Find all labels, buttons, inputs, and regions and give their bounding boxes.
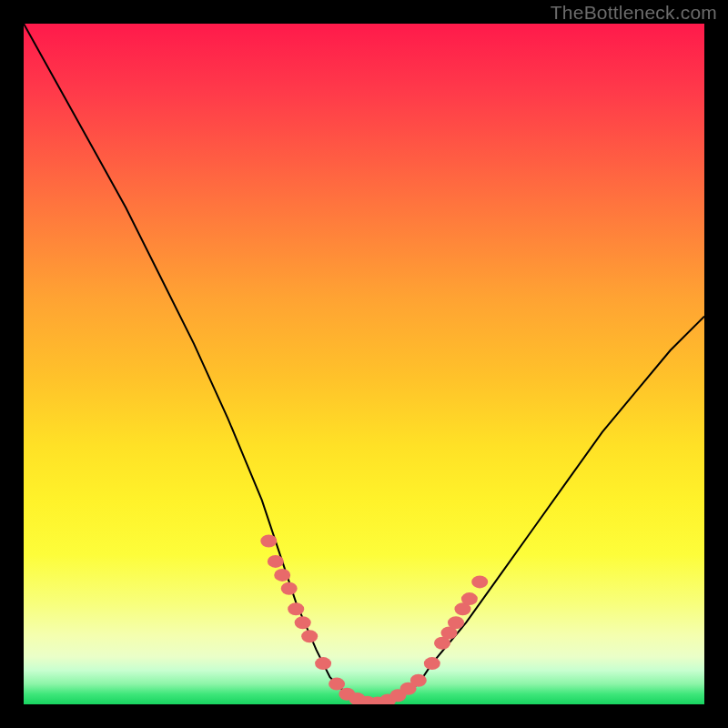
data-marker bbox=[281, 582, 298, 595]
data-marker bbox=[329, 678, 345, 691]
data-marker bbox=[268, 555, 284, 568]
plot-area bbox=[24, 24, 704, 704]
marker-layer bbox=[260, 535, 488, 705]
data-marker bbox=[301, 630, 318, 642]
data-marker bbox=[295, 616, 311, 629]
data-marker bbox=[461, 592, 478, 605]
data-marker bbox=[315, 657, 331, 670]
watermark-text: TheBottleneck.com bbox=[551, 2, 717, 24]
data-marker bbox=[274, 569, 290, 581]
data-marker bbox=[288, 602, 304, 615]
data-marker bbox=[410, 674, 427, 687]
data-marker bbox=[471, 575, 488, 588]
data-marker bbox=[260, 535, 277, 548]
data-marker bbox=[448, 616, 464, 629]
curve-layer bbox=[24, 24, 704, 704]
data-marker bbox=[424, 657, 440, 670]
chart-svg bbox=[24, 24, 704, 704]
bottleneck-curve bbox=[24, 24, 704, 704]
chart-frame: TheBottleneck.com bbox=[0, 0, 728, 728]
